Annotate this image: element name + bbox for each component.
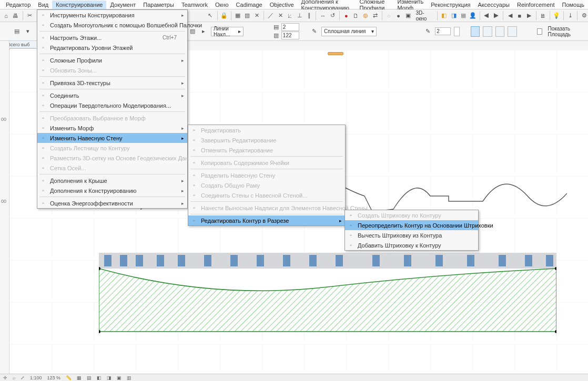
- bulb-icon[interactable]: 💡: [553, 11, 561, 20]
- layer-up-icon[interactable]: ▤: [272, 24, 280, 31]
- show-area-checkbox[interactable]: [537, 28, 543, 35]
- design-menu-item-15[interactable]: ▫Изменить Морф: [37, 123, 187, 133]
- design-menu-item-24[interactable]: ▫Оценка Энергоэффективности: [37, 198, 187, 208]
- curtain-wall-menu-item-12[interactable]: ▫Редактировать Контур в Разрезе: [188, 215, 345, 225]
- menu-редактор[interactable]: Редактор: [2, 1, 34, 9]
- design-menu-item-22[interactable]: ▫Дополнения к Конструированию: [37, 186, 187, 195]
- contour-menu-item-1[interactable]: ▫Переопределить Контур на Основании Штри…: [345, 220, 478, 230]
- nav-fwd-icon[interactable]: ⯈: [492, 11, 500, 20]
- angle-icon[interactable]: ⟀: [286, 11, 294, 20]
- scale-label[interactable]: 1:100: [30, 375, 42, 380]
- cut-icon[interactable]: ✂: [25, 11, 33, 20]
- menu-objective[interactable]: Objective: [266, 1, 298, 9]
- menu-помощь[interactable]: Помощь: [559, 1, 589, 9]
- contour-menu-item-3[interactable]: ▫Добавить Штриховку к Контуру: [345, 240, 478, 250]
- layer-dropdown-icon[interactable]: ▾: [24, 27, 32, 36]
- document-icon[interactable]: 🗋: [352, 11, 360, 20]
- view3d-label[interactable]: 3D-окно: [413, 10, 434, 22]
- link-icon[interactable]: ⇄: [371, 11, 379, 20]
- menu-item-icon: ▫: [190, 182, 198, 189]
- color-swatch[interactable]: [454, 27, 460, 36]
- design-menu-item-12[interactable]: ▫Операции Твердотельного Моделирования..…: [37, 100, 187, 110]
- line-type-combo[interactable]: Сплошная линия ▾: [321, 27, 377, 36]
- page-icon[interactable]: 🗎: [539, 11, 547, 20]
- menu-окно[interactable]: Окно: [211, 1, 232, 9]
- dir-toggle-2[interactable]: [483, 26, 492, 37]
- menu-design-dropdown[interactable]: ▫Инструменты Конструирования▫Создать Мно…: [37, 9, 188, 209]
- design-menu-item-1[interactable]: ▫Создать Многоугольник с помощью Волшебн…: [37, 20, 187, 30]
- record-icon[interactable]: ●: [342, 11, 350, 20]
- zoom-icon[interactable]: ⌕: [13, 375, 15, 380]
- pen-icon[interactable]: ✎: [310, 27, 319, 36]
- menu-реконструкция[interactable]: Реконструкция: [427, 1, 474, 9]
- home-icon[interactable]: ⌂: [2, 11, 10, 20]
- play-back-icon[interactable]: ◀: [506, 11, 514, 20]
- menu-документ[interactable]: Документ: [106, 1, 139, 9]
- design-menu-item-9[interactable]: ▫Привязка 3D-текстуры: [37, 78, 187, 88]
- bottom-value[interactable]: 122: [281, 32, 299, 39]
- layer-down-icon[interactable]: ▥: [272, 32, 280, 39]
- design-menu-item-6[interactable]: ▫Сложные Профили: [37, 55, 187, 65]
- dot-off-icon[interactable]: ○: [385, 11, 393, 20]
- menu-аксессуары[interactable]: Аксессуары: [474, 1, 513, 9]
- cube-icon[interactable]: ▣: [404, 11, 412, 20]
- menu-teamwork[interactable]: Teamwork: [178, 1, 211, 9]
- design-menu-item-4[interactable]: ▫Редактировать Уровни Этажей: [37, 43, 187, 53]
- grid-icon[interactable]: ▦: [77, 375, 82, 380]
- top-value[interactable]: 2: [281, 23, 299, 31]
- person-icon[interactable]: 👤: [469, 11, 477, 20]
- settings-icon[interactable]: ⚙: [580, 11, 588, 20]
- menu-конструирование[interactable]: Конструирование: [52, 1, 106, 9]
- menu-cadimage[interactable]: Cadimage: [232, 1, 266, 9]
- opt-icon-4[interactable]: ▥: [127, 375, 131, 380]
- print-icon[interactable]: 🖶: [12, 11, 19, 20]
- design-menu-item-0[interactable]: ▫Инструменты Конструирования: [37, 10, 187, 20]
- zoom-label[interactable]: 123 %: [47, 375, 61, 380]
- contour-menu-item-2[interactable]: ▫Вычесть Штриховку из Контура: [345, 230, 478, 240]
- col-icon-2[interactable]: ◨: [450, 11, 458, 20]
- line-combo[interactable]: Линии Накл... ▸: [211, 27, 244, 36]
- pen-num[interactable]: 2: [435, 27, 451, 35]
- col-icon-1[interactable]: ◧: [440, 11, 448, 20]
- layer-icon[interactable]: ▤: [13, 27, 21, 36]
- cancel-icon[interactable]: ✕: [253, 11, 261, 20]
- submenu-edit-contour[interactable]: ▫Создать Штриховку по Контуру▫Переопреде…: [344, 210, 479, 251]
- dir-toggle-3[interactable]: [495, 26, 505, 37]
- pen2-icon[interactable]: ✎: [424, 27, 432, 36]
- dot-on-icon[interactable]: ●: [394, 11, 402, 20]
- menu-параметры[interactable]: Параметры: [139, 1, 178, 9]
- grid-icon[interactable]: ▦: [234, 11, 242, 20]
- para-icon[interactable]: ∥: [305, 11, 313, 20]
- col-icon-3[interactable]: ▦: [459, 11, 467, 20]
- export-icon[interactable]: ⤓: [566, 11, 574, 20]
- section-curtain-wall[interactable]: [99, 253, 556, 336]
- layers-icon[interactable]: ▤: [87, 375, 92, 380]
- nav-back-icon[interactable]: ⯇: [483, 11, 491, 20]
- dir-toggle-4[interactable]: [508, 26, 517, 37]
- menu-item-icon: ▫: [39, 135, 47, 142]
- arrow-icon[interactable]: ↖: [206, 11, 214, 20]
- ruler-icon[interactable]: 📏: [66, 375, 72, 380]
- profile-icon[interactable]: ▥: [244, 11, 251, 20]
- opt-icon-3[interactable]: ▣: [117, 375, 121, 380]
- play-fwd-icon[interactable]: ▶: [525, 11, 533, 20]
- design-menu-item-21[interactable]: ▫Дополнения к Крыше: [37, 176, 187, 186]
- opt-icon-2[interactable]: ◨: [107, 375, 111, 380]
- stop-icon[interactable]: ■: [515, 11, 523, 20]
- dir-toggle-1[interactable]: [471, 26, 480, 37]
- menu-reinforcement[interactable]: Reinforcement: [513, 1, 559, 9]
- design-menu-item-11[interactable]: ▫Соединить: [37, 90, 187, 100]
- orange-icon[interactable]: ◍: [361, 11, 369, 20]
- line-icon[interactable]: ／: [267, 11, 275, 20]
- perp-icon[interactable]: ⊥: [296, 11, 303, 20]
- fit-icon[interactable]: ⤢: [21, 375, 25, 380]
- design-menu-item-3[interactable]: ▫Настроить Этажи...Ctrl+7: [37, 33, 187, 43]
- submenu-curtain-wall[interactable]: ▫Редактировать▫Завершить Редактирование▫…: [188, 125, 346, 226]
- opt-icon-1[interactable]: ◧: [97, 375, 102, 380]
- repeat-icon[interactable]: ↺: [329, 11, 337, 20]
- menu-вид[interactable]: Вид: [34, 1, 52, 9]
- xline-icon[interactable]: ✕: [276, 11, 284, 20]
- offset-icon[interactable]: ↔: [319, 11, 327, 20]
- lock-icon[interactable]: 🔒: [220, 11, 228, 20]
- design-menu-item-16[interactable]: ▫Изменить Навесную Стену: [37, 133, 187, 143]
